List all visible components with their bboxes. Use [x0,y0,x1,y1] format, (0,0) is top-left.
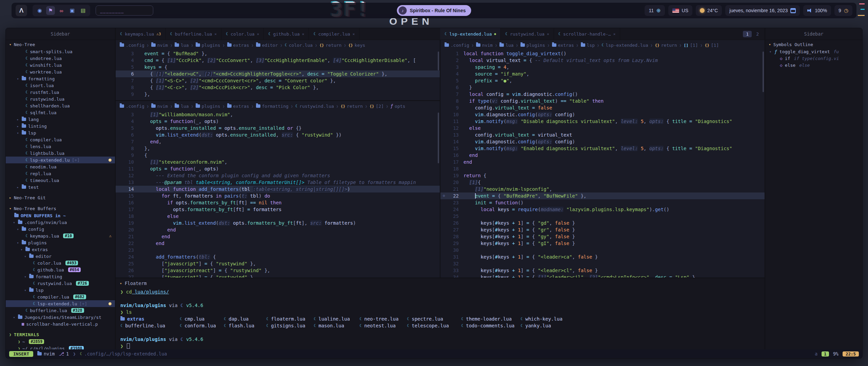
close-icon[interactable]: ✕ [302,32,304,36]
tree-item[interactable]: ▦scrollbar-handle-vertical.p [6,321,115,327]
chevron-icon[interactable]: ▾ [16,227,20,231]
code-line[interactable]: 13 config.virtual_text = virtual_text [440,131,765,138]
code-line[interactable]: 18 else [116,213,440,220]
tree-item[interactable]: ▾formatting [6,75,115,82]
tree-item[interactable]: ☾undotree.lua [6,55,115,62]
tree-item[interactable]: ☾color.lua#493 [6,260,115,266]
code-line[interactable]: 5 keys = { [116,64,440,70]
breadcrumb-segment[interactable]: plugins [196,43,220,48]
window-title-widget[interactable]: ________ [96,5,153,16]
tabpage-number[interactable]: 1 [743,31,752,37]
breadcrumb-segment[interactable]: plugins [520,43,545,48]
lsp-extended-lua-pane[interactable]: .config❯nvim❯lua❯plugins❯extras❯lsp❯☾lsp… [440,40,765,278]
close-icon[interactable]: ✕ [547,32,549,36]
tree-item[interactable]: ☾rustywind.lua#726 [6,280,115,287]
code-line[interactable]: 23 init = function() [440,199,765,206]
code-line[interactable]: 16 if opts.formatters_by_ft[ft] == nil t… [116,199,440,206]
file-entry[interactable]: ☾spectre.lua [407,316,461,322]
code-line[interactable]: 9 }, [116,91,440,98]
breadcrumb-segment[interactable]: {}return [655,43,677,48]
code-line[interactable]: 15 vim.notify(msg: "Enabled diagnostics … [440,145,765,152]
code-line[interactable]: 6 } [440,84,765,91]
code-line[interactable]: 25 ["javascript"] = { "rustywind" }, [116,260,440,267]
code-line[interactable]: 12 else [440,125,765,131]
code-line[interactable]: 7 end, [116,138,440,145]
breadcrumb-segment[interactable]: [][1] [684,43,698,48]
code-line[interactable]: 17 opts.formatters_by_ft[ft] = formatter… [116,206,440,213]
tabpage-number[interactable]: 2 [753,31,762,37]
breadcrumb-segment[interactable]: {}return [319,43,341,48]
code-line[interactable]: 15 for ft, formatters in pairs(t: tbl) d… [116,192,440,199]
editor-tab[interactable]: ☾rustywind.lua✕ [501,28,554,40]
code-line[interactable]: 3 event = { "BufRead" }, [116,50,440,57]
outline-item[interactable]: ◇ifif type(config.vi [765,55,862,62]
tree-item[interactable]: ☾lsp-extended.lu[+] [6,157,115,163]
code-line[interactable]: 5 prefix = "●", [440,77,765,84]
outline-item[interactable]: ◇elseelse [765,62,862,68]
floaterm-panel[interactable]: ▾ Floaterm ❯ cd lua/plugins/nvim/lua/plu… [116,278,765,349]
code-line[interactable]: 23 [116,247,440,253]
rustywind-lua-pane[interactable]: .config❯nvim❯lua❯plugins❯extras❯formatti… [116,101,440,278]
code-line[interactable]: 19 vim.list_extend(dst: opts.formatters_… [116,220,440,226]
code-line[interactable]: 9 { [116,152,440,159]
code-line[interactable]: 8 { [1]"<C-c>", [2]"<cmd>CccPick<cr>", d… [116,84,440,91]
workspace-flag-icon[interactable]: ⚑ [46,6,55,15]
timer-widget[interactable]: 9◷ [834,5,852,16]
chevron-icon[interactable]: ▸ [16,124,20,128]
tree-item[interactable]: ☾keymaps.lua#10⚠ [6,232,115,239]
breadcrumb-segment[interactable]: {}[1] [705,43,719,48]
tree-item[interactable]: ▾Juegos/Indies/SteamLibrary/st [6,314,115,321]
tree-item[interactable]: ☾bufferline.lua#328 [6,307,115,314]
editor-tab[interactable]: ☾lsp-extended.lua● [440,28,501,40]
tree-item[interactable]: ☾timeout.lua [6,177,115,184]
breadcrumb-segment[interactable]: ☾rustywind.lua [295,104,334,109]
editor-tab[interactable]: ☾bufferline.lua✕ [166,28,221,40]
breadcrumb-segment[interactable]: ☾color.lua [285,43,313,48]
code-line[interactable]: 8 }, [116,145,440,152]
breadcrumb-segment[interactable]: lsp [581,43,595,48]
code-line[interactable]: 27 keys[#keys + 1] = { "gr", false } [440,226,765,233]
code-line[interactable]: 16 end [440,152,765,159]
file-entry[interactable]: ☾bufferline.lua [120,322,180,329]
tree-item[interactable]: ▸test [6,184,115,190]
file-entry[interactable]: ☾cmp.lua [180,316,224,322]
code-line[interactable]: 7 local config = vim.diagnostic.config() [440,91,765,98]
breadcrumb-segment[interactable]: ƒopts [391,104,406,109]
breadcrumb-segment[interactable]: lua [175,104,189,109]
code-line[interactable]: 34 keys[#keys + 1] = { [1]"<leader>cil",… [440,274,765,278]
tree-item[interactable]: ☾repl.lua [6,170,115,177]
tree-item[interactable]: ☾rustfmt.lua [6,89,115,96]
code-line[interactable]: 29 keys[#keys + 1] = { "gI", false } [440,240,765,247]
code-line[interactable]: 1local function toggle_diag_virtext() [440,50,765,57]
tree-item[interactable]: ☾smart-splits.lua [6,48,115,55]
section-header[interactable]: ❯TERMINALS [6,331,115,338]
scrollbar[interactable] [438,113,439,163]
chevron-icon[interactable]: ▾ [23,275,27,279]
code-line[interactable]: 21 end [116,233,440,240]
code-line[interactable]: 4 cmd = { [1]"CccPick", [2]"CccConvert",… [116,57,440,64]
tree-item[interactable]: ▾extras [6,246,115,253]
editor-tab[interactable]: ☾color.lua✕ [221,28,264,40]
code-line[interactable]: 30 [440,247,765,253]
code-line[interactable]: 17end [440,159,765,165]
code-line[interactable]: 3 spacing = 4, [440,64,765,70]
chevron-icon[interactable]: ▾ [12,221,16,224]
breadcrumb-segment[interactable]: formatting [256,104,289,109]
file-entry[interactable]: ☾mason.lua [314,322,359,329]
code-line[interactable]: 11 vim.notify(msg: "Disable diagnostics … [440,118,765,125]
section-header[interactable]: ▾Neo-Tree Buffers [6,205,115,212]
updates-widget[interactable]: 11⊕ [645,5,665,16]
close-icon[interactable]: ✕ [613,32,616,36]
close-icon[interactable]: ✕ [257,32,259,36]
code-line[interactable]: 21 [1]"neovim/nvim-lspconfig", [440,186,765,192]
breadcrumb-segment[interactable]: plugins [196,104,220,109]
tree-item[interactable]: ▾.config/nvim/lua [6,219,115,226]
code-line[interactable]: 10 vim.diagnostic.config(opts: config) [440,111,765,118]
tree-item[interactable]: ☾isort.lua [6,82,115,89]
file-entry[interactable]: ☾todo-comments.lua [461,322,520,329]
editor-tab[interactable]: ☾github.lua✕ [264,28,309,40]
code-line[interactable]: 14 vim.diagnostic.config(opts: config) [440,138,765,145]
breadcrumb-segment[interactable]: editor [256,43,278,48]
chevron-icon[interactable]: ▾ [23,255,27,258]
file-entry[interactable]: ☾conform.lua [180,322,224,329]
